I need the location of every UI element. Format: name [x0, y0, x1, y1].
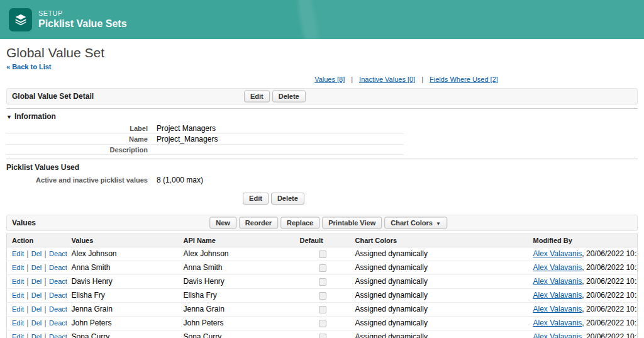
- default-cell: [295, 247, 350, 261]
- del-link[interactable]: Del: [31, 333, 42, 338]
- pipe-separator: |: [42, 263, 48, 272]
- pipe-separator: |: [25, 318, 31, 327]
- del-link[interactable]: Del: [31, 319, 42, 327]
- modified-by-link[interactable]: Alex Valavanis: [533, 332, 582, 338]
- modified-by-cell: Alex Valavanis, 20/06/2022 10:24: [528, 275, 638, 289]
- value-cell: John Peters: [67, 317, 179, 330]
- default-checkbox[interactable]: [319, 306, 326, 313]
- table-row: Edit | Del | Deactivate Alex Johnson Ale…: [7, 247, 638, 261]
- pipe-separator: |: [25, 305, 31, 313]
- deactivate-link[interactable]: Deactivate: [49, 333, 66, 338]
- api-name-cell: John Peters: [179, 317, 295, 330]
- chart-colors-cell: Assigned dynamically: [350, 247, 528, 261]
- deactivate-link[interactable]: Deactivate: [49, 264, 66, 271]
- modified-by-link[interactable]: Alex Valavanis: [533, 263, 582, 272]
- default-checkbox[interactable]: [319, 264, 326, 272]
- value-cell: Elisha Fry: [67, 289, 179, 303]
- value-cell: Alex Johnson: [67, 247, 179, 261]
- information-section-header[interactable]: ▼Information: [6, 109, 638, 123]
- deactivate-link[interactable]: Deactivate: [49, 319, 66, 327]
- modified-by-link[interactable]: Alex Valavanis: [533, 305, 582, 313]
- edit-link[interactable]: Edit: [12, 291, 24, 299]
- modified-by-cell: Alex Valavanis, 20/06/2022 10:24: [528, 289, 638, 303]
- modified-date: , 20/06/2022 10:24: [582, 249, 637, 258]
- deactivate-link[interactable]: Deactivate: [49, 305, 66, 313]
- del-link[interactable]: Del: [31, 278, 42, 285]
- default-checkbox[interactable]: [319, 334, 326, 338]
- link-inactive-values[interactable]: Inactive Values [0]: [359, 76, 415, 83]
- col-header-api-name: API Name: [179, 234, 295, 247]
- chart-colors-cell: Assigned dynamically: [350, 303, 528, 317]
- default-checkbox[interactable]: [319, 320, 326, 327]
- chart-colors-cell: Assigned dynamically: [350, 289, 528, 303]
- edit-link[interactable]: Edit: [12, 264, 24, 271]
- pipe-separator: |: [42, 318, 48, 327]
- delete-button[interactable]: Delete: [272, 91, 306, 103]
- pipe-separator: |: [42, 305, 48, 313]
- edit-link[interactable]: Edit: [12, 278, 24, 285]
- printable-view-button[interactable]: Printable View: [322, 217, 382, 229]
- deactivate-link[interactable]: Deactivate: [49, 250, 66, 257]
- collapse-triangle-icon: ▼: [6, 114, 12, 120]
- default-cell: [295, 275, 350, 289]
- detail-bottom-buttons: Edit Delete: [0, 193, 589, 205]
- chart-colors-cell: Assigned dynamically: [350, 330, 528, 338]
- default-cell: [295, 317, 350, 330]
- deactivate-link[interactable]: Deactivate: [49, 291, 66, 299]
- modified-date: , 20/06/2022 10:24: [582, 332, 637, 338]
- modified-date: , 20/06/2022 10:24: [582, 305, 637, 313]
- edit-link[interactable]: Edit: [12, 305, 24, 313]
- pipe-separator: |: [351, 76, 353, 83]
- modified-by-cell: Alex Valavanis, 20/06/2022 10:24: [528, 303, 638, 317]
- table-row: Edit | Del | Deactivate Davis Henry Davi…: [7, 275, 638, 289]
- action-cell: Edit | Del | Deactivate: [7, 317, 67, 330]
- edit-link[interactable]: Edit: [12, 250, 24, 257]
- edit-link[interactable]: Edit: [12, 333, 24, 338]
- field-value: Project_Managers: [157, 135, 218, 144]
- back-to-list-link[interactable]: « Back to List: [6, 63, 52, 70]
- default-checkbox[interactable]: [319, 251, 326, 258]
- modified-by-link[interactable]: Alex Valavanis: [533, 249, 582, 258]
- modified-by-link[interactable]: Alex Valavanis: [533, 291, 582, 300]
- table-row: Edit | Del | Deactivate Elisha Fry Elish…: [7, 289, 638, 303]
- reorder-button[interactable]: Reorder: [239, 217, 278, 229]
- chart-colors-cell: Assigned dynamically: [350, 317, 528, 330]
- default-checkbox[interactable]: [319, 292, 326, 300]
- edit-button[interactable]: Edit: [243, 193, 269, 205]
- del-link[interactable]: Del: [31, 264, 42, 271]
- del-link[interactable]: Del: [31, 291, 42, 299]
- modified-date: , 20/06/2022 10:24: [582, 291, 637, 300]
- api-name-cell: Sona Curry: [179, 330, 295, 338]
- chart-colors-dropdown-button[interactable]: Chart Colors▼: [384, 217, 447, 229]
- link-fields-where-used[interactable]: Fields Where Used [2]: [430, 76, 498, 83]
- new-button[interactable]: New: [209, 217, 236, 229]
- pipe-separator: |: [421, 76, 423, 83]
- col-header-values: Values: [67, 234, 179, 247]
- field-row-label: Label Project Managers: [6, 123, 404, 134]
- action-cell: Edit | Del | Deactivate: [7, 247, 67, 261]
- deactivate-link[interactable]: Deactivate: [49, 278, 66, 285]
- modified-date: , 20/06/2022 10:24: [582, 318, 637, 327]
- pipe-separator: |: [25, 249, 31, 258]
- values-toolbar: New Reorder Replace Printable View Chart…: [209, 217, 447, 229]
- default-cell: [295, 289, 350, 303]
- value-cell: Jenna Grain: [67, 303, 179, 317]
- default-checkbox[interactable]: [319, 278, 326, 286]
- link-values[interactable]: Values [8]: [314, 76, 345, 83]
- delete-button[interactable]: Delete: [271, 193, 304, 205]
- edit-button[interactable]: Edit: [244, 91, 270, 103]
- value-cell: Sona Curry: [67, 330, 179, 338]
- replace-button[interactable]: Replace: [280, 217, 319, 229]
- modified-by-link[interactable]: Alex Valavanis: [533, 318, 582, 327]
- modified-by-link[interactable]: Alex Valavanis: [533, 277, 582, 286]
- setup-page-title: Picklist Value Sets: [38, 18, 127, 30]
- del-link[interactable]: Del: [31, 250, 42, 257]
- edit-link[interactable]: Edit: [12, 319, 24, 327]
- setup-titles: SETUP Picklist Value Sets: [38, 9, 127, 30]
- default-cell: [295, 261, 350, 275]
- pipe-separator: |: [42, 249, 48, 258]
- col-header-action: Action: [7, 234, 67, 247]
- pipe-separator: |: [25, 291, 31, 300]
- chart-colors-cell: Assigned dynamically: [350, 261, 528, 275]
- del-link[interactable]: Del: [31, 305, 42, 313]
